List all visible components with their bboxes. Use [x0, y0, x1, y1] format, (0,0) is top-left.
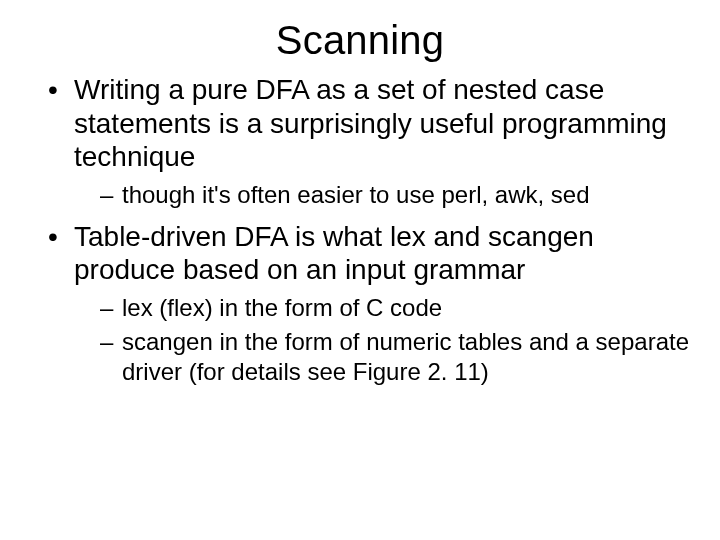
- bullet-list: Writing a pure DFA as a set of nested ca…: [30, 73, 690, 387]
- list-item: Writing a pure DFA as a set of nested ca…: [48, 73, 690, 210]
- list-item: scangen in the form of numeric tables an…: [100, 327, 690, 387]
- list-item: though it's often easier to use perl, aw…: [100, 180, 690, 210]
- bullet-text: lex (flex) in the form of C code: [122, 294, 442, 321]
- list-item: Table-driven DFA is what lex and scangen…: [48, 220, 690, 387]
- bullet-text: though it's often easier to use perl, aw…: [122, 181, 590, 208]
- sub-list: though it's often easier to use perl, aw…: [74, 180, 690, 210]
- list-item: lex (flex) in the form of C code: [100, 293, 690, 323]
- bullet-text: Writing a pure DFA as a set of nested ca…: [74, 74, 667, 172]
- bullet-text: scangen in the form of numeric tables an…: [122, 328, 689, 385]
- slide: Scanning Writing a pure DFA as a set of …: [0, 0, 720, 540]
- bullet-text: Table-driven DFA is what lex and scangen…: [74, 221, 594, 286]
- slide-title: Scanning: [30, 18, 690, 63]
- sub-list: lex (flex) in the form of C code scangen…: [74, 293, 690, 387]
